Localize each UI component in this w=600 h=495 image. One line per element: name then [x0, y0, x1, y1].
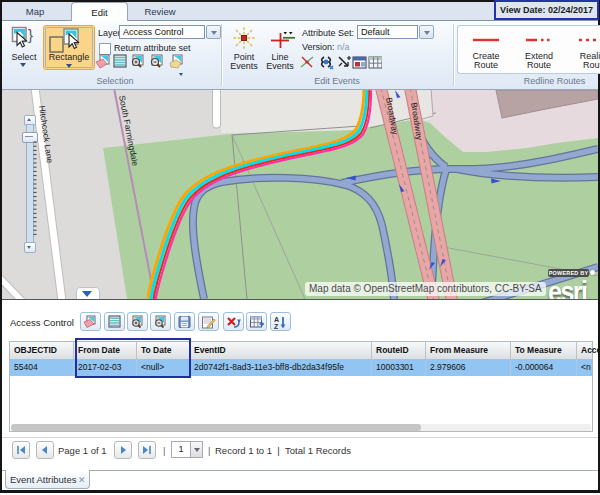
svg-text:Z: Z: [274, 323, 279, 330]
svg-text:A: A: [274, 316, 279, 323]
svg-text:}: }: [28, 26, 33, 43]
